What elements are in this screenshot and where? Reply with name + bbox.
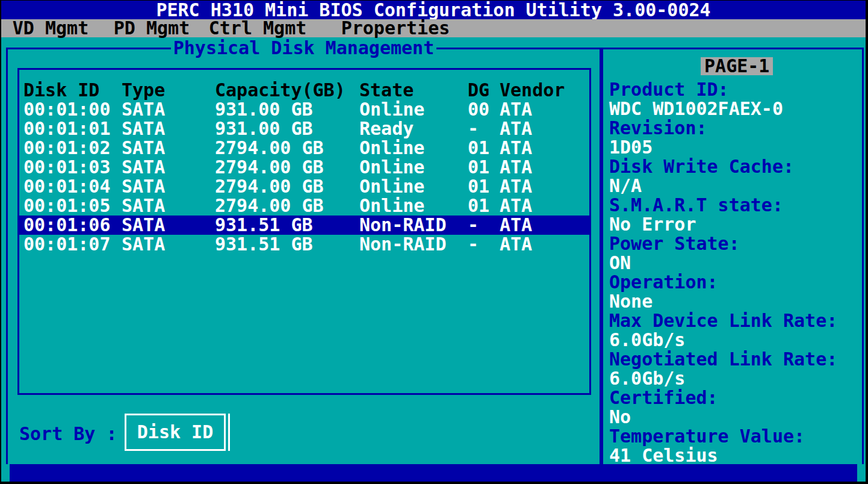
cell-state: Online xyxy=(359,177,468,196)
property-label: Certified: xyxy=(603,388,862,408)
col-header-capacity: Capacity(GB) xyxy=(215,81,359,100)
menu-tab[interactable]: Properties xyxy=(341,19,450,37)
property-label: S.M.A.R.T state: xyxy=(603,196,862,215)
sort-by-label: Sort By : xyxy=(19,424,117,444)
property-label: Operation: xyxy=(603,273,862,292)
disk-table-rows: 00:01:00 SATA 931.00 GB Online 00 ATA 00… xyxy=(19,100,589,254)
property-value: 6.0Gb/s xyxy=(603,330,862,350)
property-value: No xyxy=(603,408,862,427)
title-bar: PERC H310 Mini BIOS Configuration Utilit… xyxy=(1,1,866,19)
cell-type: SATA xyxy=(122,196,215,216)
cell-disk-id: 00:01:00 xyxy=(19,100,122,119)
cell-capacity: 931.00 GB xyxy=(215,100,359,119)
cell-type: SATA xyxy=(122,235,215,254)
col-header-state: State xyxy=(359,81,468,100)
cell-state: Online xyxy=(359,196,468,216)
menu-tab[interactable]: Ctrl Mgmt xyxy=(208,19,308,37)
cell-capacity: 2794.00 GB xyxy=(215,196,359,216)
cell-vendor: ATA xyxy=(500,158,589,177)
disk-table-header: Disk ID Type Capacity(GB) State DG Vendo… xyxy=(19,81,589,100)
cell-vendor: ATA xyxy=(500,100,589,119)
cell-vendor: ATA xyxy=(500,177,589,196)
cell-capacity: 931.00 GB xyxy=(215,119,359,138)
cell-state: Online xyxy=(359,158,468,177)
cell-dg: 00 xyxy=(468,100,500,119)
property-value: 1D05 xyxy=(603,138,862,157)
cell-vendor: ATA xyxy=(500,196,589,216)
panel-title-text: Physical Disk Management xyxy=(171,39,436,58)
cell-vendor: ATA xyxy=(500,216,589,235)
property: Disk Write Cache: N/A xyxy=(603,157,862,196)
property: Revision: 1D05 xyxy=(603,119,862,157)
cell-state: Ready xyxy=(359,119,468,138)
disk-properties-panel: PAGE-1 Product ID: WDC WD1002FAEX-0 Revi… xyxy=(601,48,864,464)
cell-capacity: 2794.00 GB xyxy=(215,158,359,177)
menu-tab[interactable]: PD Mgmt xyxy=(102,19,202,37)
menu-tab[interactable]: VD Mgmt xyxy=(11,19,90,37)
cell-disk-id: 00:01:05 xyxy=(19,196,122,216)
property: S.M.A.R.T state: No Error xyxy=(603,196,862,234)
cell-capacity: 2794.00 GB xyxy=(215,177,359,196)
bios-utility-window: PERC H310 Mini BIOS Configuration Utilit… xyxy=(0,0,868,484)
property-label: Temperature Value: xyxy=(603,427,862,446)
cell-dg: - xyxy=(468,216,500,235)
cell-dg: - xyxy=(468,235,500,254)
property: Certified: No xyxy=(603,388,862,427)
property-label: Power State: xyxy=(603,234,862,253)
panel-title: Physical Disk Management xyxy=(6,39,601,58)
property-value: N/A xyxy=(603,176,862,196)
cell-disk-id: 00:01:07 xyxy=(19,235,122,254)
property-value: ON xyxy=(603,253,862,273)
cell-vendor: ATA xyxy=(500,138,589,158)
table-row[interactable]: 00:01:01 SATA 931.00 GB Ready - ATA xyxy=(19,119,589,138)
table-row[interactable]: 00:01:07 SATA 931.51 GB Non-RAID - ATA xyxy=(19,235,589,254)
cell-disk-id: 00:01:03 xyxy=(19,158,122,177)
property-value: None xyxy=(603,292,862,311)
menu-bar: VD Mgmt PD Mgmt Ctrl Mgmt Properties xyxy=(1,19,866,37)
cell-type: SATA xyxy=(122,138,215,158)
property-value: No Error xyxy=(603,215,862,234)
property-label: Negotiated Link Rate: xyxy=(603,350,862,369)
property-value: 41 Celsius xyxy=(603,446,862,465)
property: Product ID: WDC WD1002FAEX-0 xyxy=(603,80,862,119)
cell-type: SATA xyxy=(122,100,215,119)
table-row[interactable]: 00:01:05 SATA 2794.00 GB Online 01 ATA xyxy=(19,196,589,216)
table-row[interactable]: 00:01:00 SATA 931.00 GB Online 00 ATA xyxy=(19,100,589,119)
cell-vendor: ATA xyxy=(500,235,589,254)
property-value: WDC WD1002FAEX-0 xyxy=(603,99,862,119)
cell-state: Non-RAID xyxy=(359,235,468,254)
table-row[interactable]: 00:01:02 SATA 2794.00 GB Online 01 ATA xyxy=(19,138,589,158)
col-header-vendor: Vendor xyxy=(500,81,589,100)
col-header-dg: DG xyxy=(468,81,500,100)
cell-disk-id: 00:01:01 xyxy=(19,119,122,138)
cell-dg: 01 xyxy=(468,158,500,177)
cell-capacity: 931.51 GB xyxy=(215,216,359,235)
property-value: 6.0Gb/s xyxy=(603,369,862,388)
cell-disk-id: 00:01:06 xyxy=(19,216,122,235)
table-row[interactable]: 00:01:06 SATA 931.51 GB Non-RAID - ATA xyxy=(19,216,589,235)
table-row[interactable]: 00:01:04 SATA 2794.00 GB Online 01 ATA xyxy=(19,177,589,196)
cell-type: SATA xyxy=(122,119,215,138)
disk-properties-list: Product ID: WDC WD1002FAEX-0 Revision: 1… xyxy=(603,80,862,465)
cell-capacity: 2794.00 GB xyxy=(215,138,359,158)
cell-dg: - xyxy=(468,119,500,138)
border-dash-right xyxy=(444,48,462,49)
cell-type: SATA xyxy=(122,158,215,177)
col-header-disk-id: Disk ID xyxy=(19,81,122,100)
cell-disk-id: 00:01:02 xyxy=(19,138,122,158)
property: Negotiated Link Rate: 6.0Gb/s xyxy=(603,350,862,388)
property-label: Revision: xyxy=(603,119,862,138)
property-label: Product ID: xyxy=(603,80,862,99)
cell-capacity: 931.51 GB xyxy=(215,235,359,254)
property-label: Disk Write Cache: xyxy=(603,157,862,176)
cell-dg: 01 xyxy=(468,138,500,158)
table-row[interactable]: 00:01:03 SATA 2794.00 GB Online 01 ATA xyxy=(19,158,589,177)
disk-table: Disk ID Type Capacity(GB) State DG Vendo… xyxy=(19,81,589,254)
cell-vendor: ATA xyxy=(500,119,589,138)
property: Temperature Value: 41 Celsius xyxy=(603,427,862,465)
sort-by-dropdown[interactable]: Disk ID xyxy=(125,414,226,451)
cell-type: SATA xyxy=(122,216,215,235)
page-badge: PAGE-1 xyxy=(701,57,773,75)
property-label: Max Device Link Rate: xyxy=(603,311,862,330)
shortcut-bar: F1-Help F2-Operations F5-Refresh Ctrl-N-… xyxy=(10,464,857,482)
